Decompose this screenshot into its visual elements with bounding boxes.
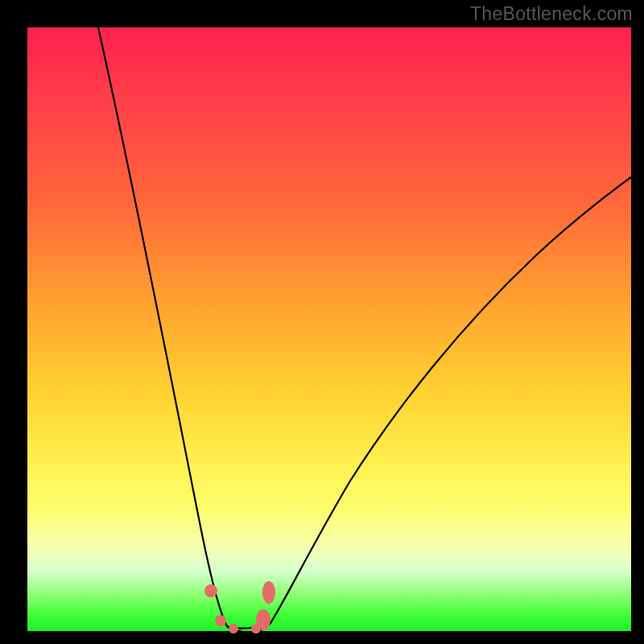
plot-area [27, 27, 631, 631]
curve-left-branch [98, 27, 242, 631]
marker-valley-right [251, 624, 261, 634]
chart-frame: TheBottleneck.com [0, 0, 644, 644]
marker-left-lower [215, 615, 226, 626]
bottleneck-curve [27, 27, 631, 631]
marker-valley-left [229, 624, 238, 634]
watermark-text: TheBottleneck.com [470, 3, 633, 25]
marker-left-upper [204, 584, 217, 597]
marker-right-upper-blob [262, 581, 275, 604]
curve-right-branch [254, 177, 631, 631]
